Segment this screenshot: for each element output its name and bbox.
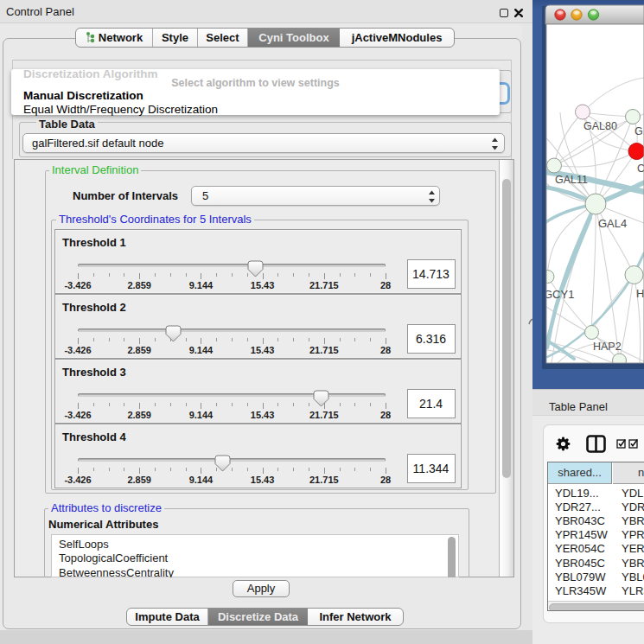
svg-text:GAL11: GAL11 <box>555 174 588 186</box>
svg-text:GCY1: GCY1 <box>544 288 574 301</box>
svg-text:H: H <box>636 287 644 300</box>
svg-text:G.: G. <box>634 125 644 137</box>
svg-text:C: C <box>637 163 644 175</box>
svg-text:HAP2: HAP2 <box>593 341 622 353</box>
svg-text:GAL4: GAL4 <box>598 217 627 230</box>
svg-text:GAL80: GAL80 <box>583 120 617 132</box>
